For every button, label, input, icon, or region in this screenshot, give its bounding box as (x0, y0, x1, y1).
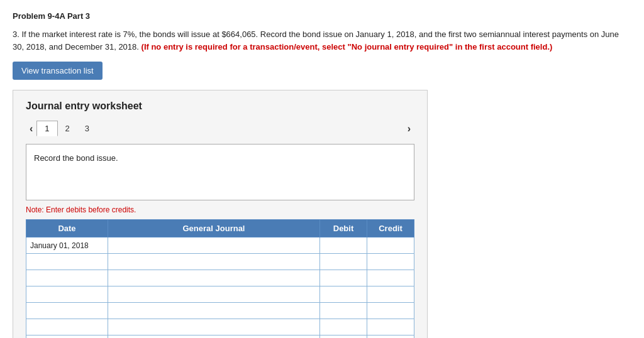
credit-cell[interactable] (367, 319, 414, 335)
problem-title: Problem 9-4A Part 3 (13, 11, 631, 21)
journal-cell[interactable] (108, 303, 320, 319)
debit-cell[interactable] (320, 319, 367, 335)
debit-input[interactable] (320, 286, 367, 302)
credit-cell[interactable] (367, 237, 414, 254)
next-tab-button[interactable]: › (404, 122, 414, 136)
view-transaction-list-button[interactable]: View transaction list (13, 62, 103, 80)
journal-input[interactable] (108, 319, 319, 335)
credit-input[interactable] (367, 319, 414, 335)
table-row (26, 286, 414, 303)
journal-input[interactable] (108, 286, 319, 302)
worksheet-container: Journal entry worksheet ‹ 1 2 3 › Record… (13, 90, 428, 338)
journal-cell[interactable] (108, 286, 320, 303)
col-header-date: Date (26, 220, 108, 237)
credit-input[interactable] (367, 237, 414, 253)
debit-input[interactable] (320, 237, 367, 253)
table-row (26, 319, 414, 335)
tab-3[interactable]: 3 (77, 121, 97, 136)
worksheet-title: Journal entry worksheet (26, 101, 414, 112)
problem-highlight: (If no entry is required for a transacti… (142, 42, 553, 52)
journal-input[interactable] (108, 335, 319, 338)
journal-cell[interactable] (108, 335, 320, 339)
debit-input[interactable] (320, 319, 367, 335)
journal-cell[interactable] (108, 237, 320, 254)
journal-cell[interactable] (108, 270, 320, 286)
table-row (26, 303, 414, 319)
table-row (26, 335, 414, 339)
col-header-debit: Debit (320, 220, 367, 237)
credit-input[interactable] (367, 335, 414, 338)
credit-input[interactable] (367, 254, 414, 270)
tab-2[interactable]: 2 (58, 121, 77, 136)
col-header-credit: Credit (367, 220, 414, 237)
col-header-journal: General Journal (108, 220, 320, 237)
table-row (26, 254, 414, 270)
date-cell (26, 254, 108, 270)
journal-table: Date General Journal Debit Credit Januar… (26, 219, 414, 338)
journal-cell[interactable] (108, 254, 320, 270)
date-cell: January 01, 2018 (26, 237, 108, 254)
note-text: Note: Enter debits before credits. (26, 205, 414, 214)
debit-cell[interactable] (320, 286, 367, 303)
record-box: Record the bond issue. (26, 144, 414, 200)
problem-text: 3. If the market interest rate is 7%, th… (13, 28, 629, 53)
debit-cell[interactable] (320, 254, 367, 270)
journal-input[interactable] (108, 303, 319, 319)
journal-cell[interactable] (108, 319, 320, 335)
date-cell (26, 319, 108, 335)
credit-cell[interactable] (367, 335, 414, 339)
credit-cell[interactable] (367, 286, 414, 303)
date-cell (26, 335, 108, 339)
debit-input[interactable] (320, 270, 367, 286)
date-cell (26, 303, 108, 319)
debit-input[interactable] (320, 254, 367, 270)
journal-input[interactable] (108, 237, 319, 253)
debit-cell[interactable] (320, 270, 367, 286)
credit-cell[interactable] (367, 303, 414, 319)
credit-cell[interactable] (367, 254, 414, 270)
debit-input[interactable] (320, 303, 367, 319)
nav-row: ‹ 1 2 3 › (26, 121, 414, 136)
journal-input[interactable] (108, 254, 319, 270)
debit-cell[interactable] (320, 335, 367, 339)
debit-input[interactable] (320, 335, 367, 338)
tab-1[interactable]: 1 (36, 121, 57, 136)
prev-tab-button[interactable]: ‹ (26, 122, 36, 136)
table-row (26, 270, 414, 286)
debit-cell[interactable] (320, 303, 367, 319)
table-row: January 01, 2018 (26, 237, 414, 254)
journal-input[interactable] (108, 270, 319, 286)
debit-cell[interactable] (320, 237, 367, 254)
record-instruction: Record the bond issue. (34, 153, 118, 163)
date-cell (26, 270, 108, 286)
credit-cell[interactable] (367, 270, 414, 286)
credit-input[interactable] (367, 286, 414, 302)
credit-input[interactable] (367, 270, 414, 286)
date-cell (26, 286, 108, 303)
credit-input[interactable] (367, 303, 414, 319)
